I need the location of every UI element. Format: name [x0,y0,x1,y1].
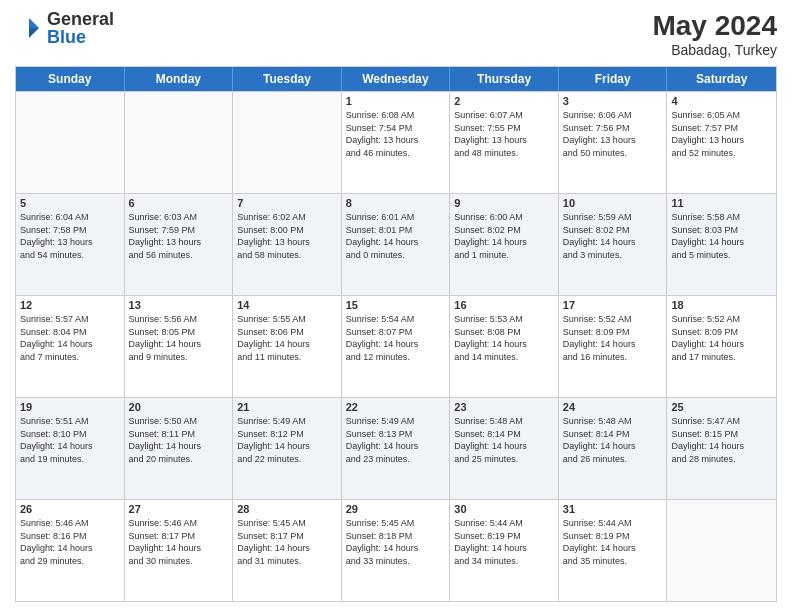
day-number: 16 [454,299,554,311]
day-info: Sunrise: 5:59 AM Sunset: 8:02 PM Dayligh… [563,211,663,261]
calendar-row: 12Sunrise: 5:57 AM Sunset: 8:04 PM Dayli… [16,295,776,397]
day-info: Sunrise: 6:01 AM Sunset: 8:01 PM Dayligh… [346,211,446,261]
weekday-header: Friday [559,67,668,91]
calendar-cell: 30Sunrise: 5:44 AM Sunset: 8:19 PM Dayli… [450,500,559,601]
calendar-cell: 7Sunrise: 6:02 AM Sunset: 8:00 PM Daylig… [233,194,342,295]
weekday-header: Saturday [667,67,776,91]
day-number: 24 [563,401,663,413]
header: General Blue May 2024 Babadag, Turkey [15,10,777,58]
calendar-cell: 19Sunrise: 5:51 AM Sunset: 8:10 PM Dayli… [16,398,125,499]
day-number: 8 [346,197,446,209]
calendar-cell: 12Sunrise: 5:57 AM Sunset: 8:04 PM Dayli… [16,296,125,397]
day-number: 14 [237,299,337,311]
day-info: Sunrise: 6:07 AM Sunset: 7:55 PM Dayligh… [454,109,554,159]
day-info: Sunrise: 5:51 AM Sunset: 8:10 PM Dayligh… [20,415,120,465]
calendar-cell: 27Sunrise: 5:46 AM Sunset: 8:17 PM Dayli… [125,500,234,601]
day-info: Sunrise: 5:53 AM Sunset: 8:08 PM Dayligh… [454,313,554,363]
day-info: Sunrise: 5:49 AM Sunset: 8:13 PM Dayligh… [346,415,446,465]
calendar-cell: 13Sunrise: 5:56 AM Sunset: 8:05 PM Dayli… [125,296,234,397]
calendar-cell: 5Sunrise: 6:04 AM Sunset: 7:58 PM Daylig… [16,194,125,295]
day-number: 18 [671,299,772,311]
calendar-cell: 10Sunrise: 5:59 AM Sunset: 8:02 PM Dayli… [559,194,668,295]
calendar-header: SundayMondayTuesdayWednesdayThursdayFrid… [16,67,776,91]
day-info: Sunrise: 5:56 AM Sunset: 8:05 PM Dayligh… [129,313,229,363]
day-number: 15 [346,299,446,311]
weekday-header: Monday [125,67,234,91]
day-info: Sunrise: 6:06 AM Sunset: 7:56 PM Dayligh… [563,109,663,159]
title-block: May 2024 Babadag, Turkey [652,10,777,58]
day-info: Sunrise: 6:08 AM Sunset: 7:54 PM Dayligh… [346,109,446,159]
day-info: Sunrise: 5:52 AM Sunset: 8:09 PM Dayligh… [671,313,772,363]
calendar-cell: 22Sunrise: 5:49 AM Sunset: 8:13 PM Dayli… [342,398,451,499]
day-number: 10 [563,197,663,209]
day-info: Sunrise: 5:54 AM Sunset: 8:07 PM Dayligh… [346,313,446,363]
calendar-cell [233,92,342,193]
weekday-header: Thursday [450,67,559,91]
logo-blue-text: Blue [47,27,86,47]
calendar-cell: 17Sunrise: 5:52 AM Sunset: 8:09 PM Dayli… [559,296,668,397]
calendar-cell [16,92,125,193]
calendar-cell: 16Sunrise: 5:53 AM Sunset: 8:08 PM Dayli… [450,296,559,397]
day-number: 4 [671,95,772,107]
day-number: 13 [129,299,229,311]
day-info: Sunrise: 5:44 AM Sunset: 8:19 PM Dayligh… [454,517,554,567]
calendar-row: 19Sunrise: 5:51 AM Sunset: 8:10 PM Dayli… [16,397,776,499]
day-number: 5 [20,197,120,209]
day-number: 25 [671,401,772,413]
calendar-cell: 24Sunrise: 5:48 AM Sunset: 8:14 PM Dayli… [559,398,668,499]
day-info: Sunrise: 6:02 AM Sunset: 8:00 PM Dayligh… [237,211,337,261]
calendar-row: 26Sunrise: 5:46 AM Sunset: 8:16 PM Dayli… [16,499,776,601]
svg-marker-1 [29,28,39,38]
day-info: Sunrise: 6:00 AM Sunset: 8:02 PM Dayligh… [454,211,554,261]
day-info: Sunrise: 5:58 AM Sunset: 8:03 PM Dayligh… [671,211,772,261]
calendar-cell: 6Sunrise: 6:03 AM Sunset: 7:59 PM Daylig… [125,194,234,295]
day-info: Sunrise: 5:47 AM Sunset: 8:15 PM Dayligh… [671,415,772,465]
page: General Blue May 2024 Babadag, Turkey Su… [0,0,792,612]
day-info: Sunrise: 5:48 AM Sunset: 8:14 PM Dayligh… [563,415,663,465]
day-info: Sunrise: 5:46 AM Sunset: 8:17 PM Dayligh… [129,517,229,567]
calendar-cell: 15Sunrise: 5:54 AM Sunset: 8:07 PM Dayli… [342,296,451,397]
svg-marker-0 [29,18,39,28]
calendar-row: 5Sunrise: 6:04 AM Sunset: 7:58 PM Daylig… [16,193,776,295]
title-month: May 2024 [652,10,777,42]
calendar-cell [667,500,776,601]
day-info: Sunrise: 5:44 AM Sunset: 8:19 PM Dayligh… [563,517,663,567]
calendar-body: 1Sunrise: 6:08 AM Sunset: 7:54 PM Daylig… [16,91,776,601]
day-number: 26 [20,503,120,515]
day-info: Sunrise: 6:04 AM Sunset: 7:58 PM Dayligh… [20,211,120,261]
calendar-cell: 21Sunrise: 5:49 AM Sunset: 8:12 PM Dayli… [233,398,342,499]
logo-general-text: General [47,9,114,29]
day-info: Sunrise: 6:03 AM Sunset: 7:59 PM Dayligh… [129,211,229,261]
day-info: Sunrise: 6:05 AM Sunset: 7:57 PM Dayligh… [671,109,772,159]
weekday-header: Tuesday [233,67,342,91]
calendar-cell: 25Sunrise: 5:47 AM Sunset: 8:15 PM Dayli… [667,398,776,499]
day-number: 3 [563,95,663,107]
day-info: Sunrise: 5:50 AM Sunset: 8:11 PM Dayligh… [129,415,229,465]
calendar-cell: 2Sunrise: 6:07 AM Sunset: 7:55 PM Daylig… [450,92,559,193]
day-number: 9 [454,197,554,209]
day-number: 12 [20,299,120,311]
day-info: Sunrise: 5:45 AM Sunset: 8:17 PM Dayligh… [237,517,337,567]
calendar-cell: 14Sunrise: 5:55 AM Sunset: 8:06 PM Dayli… [233,296,342,397]
day-info: Sunrise: 5:48 AM Sunset: 8:14 PM Dayligh… [454,415,554,465]
day-number: 6 [129,197,229,209]
calendar-row: 1Sunrise: 6:08 AM Sunset: 7:54 PM Daylig… [16,91,776,193]
day-number: 20 [129,401,229,413]
day-info: Sunrise: 5:49 AM Sunset: 8:12 PM Dayligh… [237,415,337,465]
calendar-cell: 1Sunrise: 6:08 AM Sunset: 7:54 PM Daylig… [342,92,451,193]
day-number: 2 [454,95,554,107]
day-info: Sunrise: 5:45 AM Sunset: 8:18 PM Dayligh… [346,517,446,567]
day-number: 11 [671,197,772,209]
day-info: Sunrise: 5:57 AM Sunset: 8:04 PM Dayligh… [20,313,120,363]
calendar-cell: 4Sunrise: 6:05 AM Sunset: 7:57 PM Daylig… [667,92,776,193]
weekday-header: Sunday [16,67,125,91]
weekday-header: Wednesday [342,67,451,91]
day-number: 22 [346,401,446,413]
calendar-cell: 31Sunrise: 5:44 AM Sunset: 8:19 PM Dayli… [559,500,668,601]
calendar-cell: 29Sunrise: 5:45 AM Sunset: 8:18 PM Dayli… [342,500,451,601]
logo: General Blue [15,10,114,46]
calendar: SundayMondayTuesdayWednesdayThursdayFrid… [15,66,777,602]
calendar-cell: 23Sunrise: 5:48 AM Sunset: 8:14 PM Dayli… [450,398,559,499]
day-number: 7 [237,197,337,209]
calendar-cell: 20Sunrise: 5:50 AM Sunset: 8:11 PM Dayli… [125,398,234,499]
